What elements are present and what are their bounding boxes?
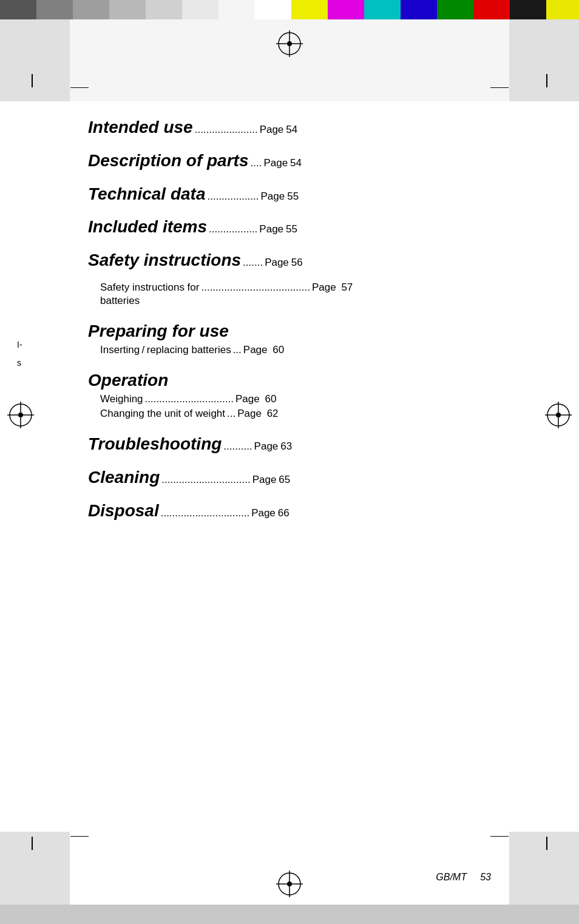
toc-group-cleaning: Cleaning ...............................… [88,468,489,487]
strip-7 [218,0,255,19]
toc-title-included: Included items [88,218,207,237]
strip-blue [401,0,437,19]
toc-sub-title-inserting: Inserting / replacing batteries [100,343,231,357]
bottom-gray-right [509,832,579,905]
strip-red [473,0,510,19]
strip-3 [73,0,109,19]
side-mark-bottom-left [32,837,33,850]
toc-page-label-intended-use: Page [260,124,284,136]
toc-sub-dots-changing-unit: ... [227,407,235,420]
toc-group-included: Included items ................. Page 55 [88,218,489,237]
top-gray-left [0,19,70,101]
side-mark-bottom-right [546,837,547,850]
strip-cyan [364,0,401,19]
toc-content: Intended use ...................... Page… [88,118,489,535]
toc-title-operation: Operation [88,371,168,390]
toc-page-label-safety: Page [265,257,289,269]
toc-entry-technical: Technical data .................. Page 5… [88,185,489,204]
strip-black [510,0,546,19]
strip-6 [182,0,218,19]
toc-page-label-technical: Page [261,191,285,203]
toc-entry-operation: Operation [88,371,489,390]
toc-group-operation: Operation Weighing .....................… [88,371,489,420]
strip-yellow [291,0,328,19]
toc-group-preparing: Preparing for use Inserting / replacing … [88,322,489,357]
toc-dots-safety: ....... [243,257,263,269]
crosshair-left [6,400,35,430]
svg-point-3 [287,41,292,46]
strip-2 [36,0,73,19]
crosshair-bottom [275,869,304,899]
toc-title-preparing: Preparing for use [88,322,229,341]
toc-sub-entry-inserting: Inserting / replacing batteries ... Page… [100,343,489,357]
toc-sub-title-changing-unit: Changing the unit of weight [100,407,225,420]
toc-sub-title-batteries: Safety instructions forbatteries [100,281,199,308]
bottom-gray-left [0,832,70,905]
toc-dots-included: ................. [209,224,257,235]
top-gray-right [509,19,579,101]
toc-page-num-safety: 56 [291,257,303,269]
svg-point-15 [287,882,292,886]
side-label-dash: I- [17,340,22,349]
toc-entry-safety: Safety instructions ....... Page 56 [88,251,489,270]
crosshair-top [275,29,304,58]
toc-sub-page-label-changing-unit: Page [237,407,262,420]
footer-locale: GB/MT [436,872,467,882]
toc-title-description: Description of parts [88,152,248,170]
toc-page-num-troubleshooting: 63 [280,441,292,453]
toc-dots-intended-use: ...................... [195,124,258,136]
footer-page-info: GB/MT 53 [436,872,491,883]
side-mark-top-right [546,74,547,87]
toc-page-label-troubleshooting: Page [254,441,279,453]
toc-entry-preparing: Preparing for use [88,322,489,341]
toc-sub-page-num-changing-unit: 62 [264,407,279,420]
tick-top-right [490,87,509,88]
side-mark-top-left [32,74,33,87]
side-label-s: s [17,358,21,368]
toc-page-num-intended-use: 54 [286,124,297,136]
toc-dots-troubleshooting: .......... [223,441,252,453]
crosshair-right [544,400,573,430]
toc-title-intended-use: Intended use [88,118,193,137]
bottom-footer-bar [0,905,579,924]
toc-group-safety: Safety instructions ....... Page 56 Safe… [88,251,489,308]
toc-page-label-disposal: Page [251,508,276,519]
toc-group-disposal: Disposal ...............................… [88,502,489,521]
toc-page-num-cleaning: 65 [279,474,290,486]
toc-title-cleaning: Cleaning [88,468,160,487]
toc-title-troubleshooting: Troubleshooting [88,435,222,454]
toc-title-technical: Technical data [88,185,205,204]
toc-sub-page-num-inserting: 60 [270,343,285,357]
strip-8-white [255,0,291,19]
toc-page-num-disposal: 66 [278,508,290,519]
toc-page-label-description: Page [263,158,288,169]
toc-sub-dots-inserting: ... [233,343,242,357]
tick-bottom-left [70,836,89,837]
toc-sub-dots-weighing: ............................... [145,393,234,406]
toc-sub-entry-batteries: Safety instructions forbatteries .......… [100,281,489,308]
toc-page-num-description: 54 [290,158,302,169]
toc-group-description: Description of parts .... Page 54 [88,152,489,170]
strip-4 [109,0,146,19]
toc-group-troubleshooting: Troubleshooting .......... Page 63 [88,435,489,454]
toc-dots-technical: .................. [207,191,259,203]
toc-sub-entry-weighing: Weighing ...............................… [100,393,489,406]
toc-page-label-cleaning: Page [252,474,277,486]
toc-page-num-technical: 55 [287,191,299,203]
svg-point-11 [556,413,561,417]
toc-title-disposal: Disposal [88,502,159,521]
toc-sub-page-label-inserting: Page [243,343,268,357]
toc-group-intended-use: Intended use ...................... Page… [88,118,489,137]
toc-page-num-included: 55 [286,224,297,235]
toc-group-technical: Technical data .................. Page 5… [88,185,489,204]
toc-entry-troubleshooting: Troubleshooting .......... Page 63 [88,435,489,454]
toc-sub-page-label-weighing: Page [235,393,260,406]
toc-entry-cleaning: Cleaning ...............................… [88,468,489,487]
toc-dots-disposal: ............................... [161,508,249,519]
toc-sub-dots-batteries: ...................................... [201,281,310,294]
toc-sub-page-label-batteries: Page [312,281,336,294]
strip-1 [0,0,36,19]
svg-point-7 [18,413,23,417]
toc-sub-title-weighing: Weighing [100,393,143,406]
strip-5 [146,0,182,19]
